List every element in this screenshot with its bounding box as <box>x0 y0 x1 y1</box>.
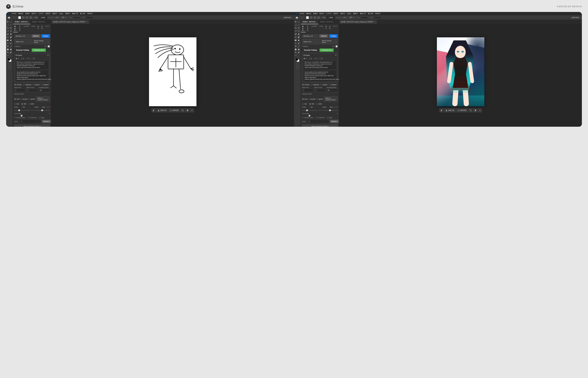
menu-item[interactable]: 滤镜(T) <box>340 13 345 15</box>
menu-item[interactable]: 增效工具 <box>360 13 366 15</box>
stamp-tool[interactable] <box>297 33 300 36</box>
edit-toolbar-icon[interactable] <box>297 51 300 54</box>
menu-item[interactable]: 选择(S) <box>45 13 50 15</box>
preset-select[interactable]: Select a Custom Preset <box>324 96 338 102</box>
eraser-tool[interactable] <box>10 36 12 39</box>
menu-item[interactable]: 选择(S) <box>333 13 338 15</box>
more-tools-icon[interactable] <box>6 54 9 57</box>
batch-count-input[interactable] <box>27 89 38 92</box>
menu-item[interactable]: 滤镜(T) <box>52 13 57 15</box>
quickmask-icon[interactable] <box>8 63 11 66</box>
mode-radio-img2img[interactable]: img2img <box>23 84 31 86</box>
dodge-tool[interactable] <box>6 42 9 45</box>
healing-tool[interactable] <box>10 30 12 32</box>
positive-prompt-textarea[interactable]: (flat color:1.1),(colorful:1.3),(masterp… <box>304 60 336 70</box>
menu-item[interactable]: 窗口(W) <box>368 13 373 15</box>
path-select-tool[interactable] <box>10 45 12 48</box>
model-select[interactable]: ghostmix_v12 <box>14 34 30 38</box>
panel-tab[interactable]: SD插件（明空汉化） <box>13 20 30 24</box>
positive-prompt-textarea[interactable]: (flat color:1.1),(colorful:1.3),(masterp… <box>16 60 49 70</box>
plugin-subtab[interactable]: 设置 <box>40 25 44 32</box>
mode-radio-txt2img[interactable]: txt2img <box>14 84 21 86</box>
canvas-output[interactable] <box>437 37 484 106</box>
document-tab[interactable]: 未标题-1 @ 99.2% (output_image.png, RGB/8) … <box>51 20 89 24</box>
style-select[interactable]: 正常 <box>60 16 68 19</box>
mode-radio-txt2img[interactable]: txt2img <box>302 84 309 86</box>
update-button[interactable]: Update <box>329 34 338 38</box>
home-icon[interactable] <box>295 16 298 19</box>
selection-mode-radio[interactable]: ratio <box>302 98 307 100</box>
link-wh-icon[interactable] <box>31 109 33 112</box>
crop-tool[interactable] <box>294 27 297 29</box>
plugin-subtab[interactable]: ControlN <box>310 25 318 32</box>
steps-input[interactable] <box>39 89 50 92</box>
screenmode-icon[interactable] <box>8 67 11 68</box>
update-button[interactable]: Update <box>41 34 50 38</box>
plugin-subtab[interactable]: 额外 <box>36 25 40 32</box>
show-samplers-button[interactable]: Show Samplers (Euler a) <box>14 124 50 127</box>
batch-size-input[interactable] <box>14 89 25 92</box>
selection-intersect-icon[interactable] <box>317 16 320 19</box>
feather-input[interactable]: 0 像素 <box>39 16 47 19</box>
prompt-slot-radio[interactable]: 1 <box>16 58 19 59</box>
plugin-subtab[interactable]: Horde <box>318 25 324 32</box>
random-seed-button[interactable]: Random <box>42 120 51 123</box>
prompt-slot-radio[interactable]: 3 <box>26 58 29 59</box>
steps-input[interactable] <box>327 89 338 92</box>
plugin-subtab[interactable]: 设置 <box>328 25 332 32</box>
lasso-tool[interactable] <box>294 24 297 26</box>
more-tools-icon[interactable] <box>294 54 297 57</box>
eraser-tool[interactable] <box>297 36 300 39</box>
gradient-tool[interactable] <box>294 39 297 42</box>
menu-item[interactable]: 图层(L) <box>31 13 36 15</box>
plugin-subtab[interactable]: 查看器 <box>18 25 22 32</box>
selection-subtract-icon[interactable] <box>26 16 28 19</box>
selection-new-icon[interactable] <box>18 16 21 19</box>
mode-radio-outpaint[interactable]: outpaint <box>329 84 337 86</box>
shape-tool[interactable] <box>6 48 9 51</box>
screenmode-icon[interactable] <box>296 67 299 68</box>
gradient-tool[interactable] <box>6 39 9 42</box>
close-tab-icon[interactable]: × <box>375 21 376 23</box>
generate-txt2img-button[interactable]: Generate Txt2Img <box>302 49 319 52</box>
batch-count-input[interactable] <box>314 89 325 92</box>
menu-item[interactable]: 3D(D) <box>59 13 63 14</box>
color-swatch[interactable] <box>295 58 299 62</box>
lora-select[interactable]: Select Lora <box>302 39 320 44</box>
crop-tool[interactable] <box>6 27 9 29</box>
select-subject-button[interactable]: 选择主体 <box>444 108 456 112</box>
canvas-edit-icon[interactable] <box>152 108 155 112</box>
wand-tool[interactable] <box>10 24 12 26</box>
plugin-subtab[interactable]: 稳定扩† <box>301 25 306 32</box>
option-checkbox[interactable]: tiling <box>39 117 44 119</box>
type-tool[interactable] <box>6 45 9 48</box>
document-tab[interactable]: 未标题-1 @ 99.2% (output_image.png, RGB/8) … <box>339 20 377 24</box>
canvas-more-icon[interactable] <box>190 108 194 112</box>
plugin-subtab[interactable]: 查看器 <box>306 25 310 32</box>
option-checkbox[interactable]: Restore Faces <box>302 117 313 119</box>
remove-background-button[interactable]: 移除背景 <box>168 108 180 112</box>
move-tool[interactable] <box>294 21 297 23</box>
mode-radio-inpaint[interactable]: inpaint <box>33 84 39 86</box>
menu-item[interactable]: 编辑(E) <box>18 13 23 15</box>
selection-intersect-icon[interactable] <box>29 16 32 19</box>
option-checkbox[interactable]: Hi Res Fix <box>316 117 325 119</box>
edit-toolbar-icon[interactable] <box>10 51 12 54</box>
resolution-radio[interactable]: 768 <box>309 103 314 105</box>
style-select[interactable]: 正常 <box>348 16 355 19</box>
wand-tool[interactable] <box>297 24 300 26</box>
menu-item[interactable]: 图像(I) <box>313 13 318 15</box>
generate-more-button[interactable]: Generate more <box>32 49 46 52</box>
canvas-edit-icon[interactable] <box>439 108 443 112</box>
prompt-slot-radio[interactable]: 1 <box>304 58 307 59</box>
stamp-tool[interactable] <box>10 33 12 36</box>
menu-item[interactable]: 增效工具 <box>72 13 78 15</box>
prompts-collapse-icon[interactable]: V <box>335 54 336 56</box>
marquee-tool[interactable] <box>10 21 12 23</box>
menu-item[interactable]: 图层(L) <box>319 13 324 15</box>
canvas-crop-icon[interactable] <box>469 108 473 112</box>
selection-mode-radio[interactable]: precise <box>308 98 315 100</box>
type-tool[interactable] <box>294 45 297 48</box>
feather-input[interactable]: 0 像素 <box>327 16 335 19</box>
prompt-slot-radio[interactable]: 4 <box>319 58 323 59</box>
